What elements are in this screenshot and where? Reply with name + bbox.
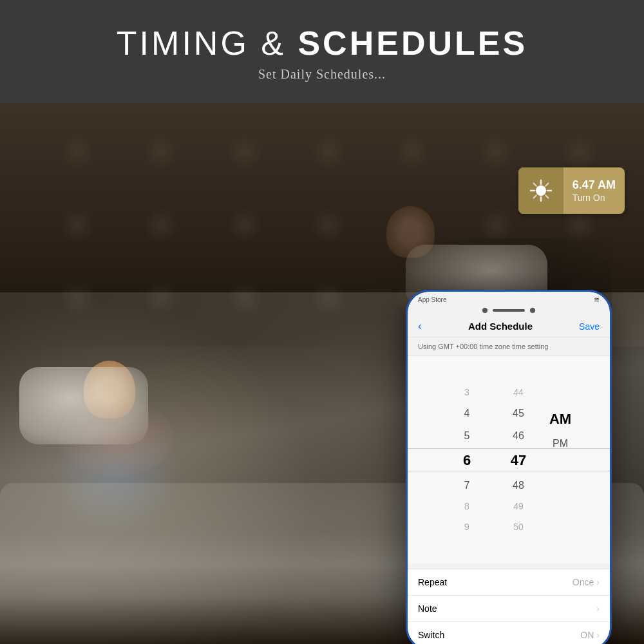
ampm-pm: PM [544, 433, 576, 455]
title-light: TIMING & [117, 24, 298, 62]
min-44: 44 [493, 383, 544, 403]
sensor [530, 308, 535, 313]
switch-row[interactable]: Switch ON › [408, 622, 610, 644]
repeat-value: Once › [573, 577, 600, 587]
hour-5: 5 [441, 425, 493, 447]
svg-line-4 [533, 184, 536, 186]
switch-text: ON [580, 630, 594, 640]
min-47-selected: 47 [493, 447, 544, 475]
repeat-label: Repeat [418, 577, 447, 587]
note-chevron-icon: › [596, 603, 600, 614]
svg-line-6 [545, 184, 548, 186]
phone-status-bar: App Store ≋ [408, 292, 610, 307]
hours-column[interactable]: 3 4 5 6 7 8 9 [441, 383, 493, 538]
note-label: Note [418, 603, 437, 614]
hour-4: 4 [441, 402, 493, 424]
badge-action: Turn On [573, 193, 616, 203]
ampm-blank3 [544, 398, 576, 406]
main-content-area: 6.47 AM Turn On App Store ≋ ‹ Add Sc [0, 103, 644, 644]
repeat-text: Once [573, 577, 594, 587]
sun-rays-svg [529, 179, 553, 202]
schedule-badge: 6.47 AM Turn On [518, 167, 625, 214]
title-bold: SCHEDULES [298, 24, 527, 62]
page-title: TIMING & SCHEDULES [117, 25, 527, 62]
phone-mockup: App Store ≋ ‹ Add Schedule Save Using GM… [406, 290, 612, 644]
minutes-column[interactable]: 44 45 46 47 48 49 50 [493, 383, 544, 538]
min-50: 50 [493, 517, 544, 538]
repeat-chevron-icon: › [596, 577, 600, 587]
app-nav-bar: ‹ Add Schedule Save [408, 316, 610, 337]
header: TIMING & SCHEDULES Set Daily Schedules..… [0, 0, 644, 103]
badge-text-area: 6.47 AM Turn On [564, 173, 625, 208]
min-46: 46 [493, 425, 544, 447]
sun-icon [529, 179, 553, 202]
ampm-column[interactable]: AM PM [544, 383, 576, 538]
badge-time: 6.47 AM [573, 178, 616, 193]
min-48: 48 [493, 475, 544, 497]
save-button[interactable]: Save [579, 321, 600, 332]
status-icons: ≋ [594, 296, 600, 304]
ampm-blank1 [544, 383, 576, 390]
ampm-blank4 [544, 455, 576, 463]
time-picker[interactable]: 3 4 5 6 7 8 9 44 45 46 47 48 [408, 356, 610, 564]
ampm-blank2 [544, 390, 576, 398]
hour-6-selected: 6 [441, 447, 493, 475]
note-value: › [596, 603, 600, 614]
switch-chevron-icon: › [596, 630, 600, 640]
hour-3: 3 [441, 383, 493, 403]
switch-value: ON › [580, 630, 600, 640]
phone-screen: App Store ≋ ‹ Add Schedule Save Using GM… [408, 292, 610, 644]
phone-camera-area [408, 307, 610, 316]
note-row[interactable]: Note › [408, 596, 610, 622]
speaker [493, 309, 525, 312]
back-button[interactable]: ‹ [418, 319, 422, 333]
badge-icon-area [518, 167, 564, 214]
page-subtitle: Set Daily Schedules... [258, 67, 386, 82]
ampm-am-selected: AM [544, 406, 576, 433]
min-45: 45 [493, 402, 544, 424]
svg-line-5 [545, 195, 548, 198]
hour-9: 9 [441, 517, 493, 538]
ampm-blank5 [544, 463, 576, 471]
nav-title: Add Schedule [468, 321, 533, 332]
svg-line-7 [533, 195, 536, 198]
picker-columns: 3 4 5 6 7 8 9 44 45 46 47 48 [441, 383, 576, 538]
hour-7: 7 [441, 475, 493, 497]
hour-8: 8 [441, 497, 493, 517]
app-store-label: App Store [418, 296, 446, 303]
repeat-row[interactable]: Repeat Once › [408, 569, 610, 596]
wifi-icon: ≋ [594, 296, 600, 304]
timezone-note: Using GMT +00:00 time zone time setting [408, 337, 610, 356]
min-49: 49 [493, 497, 544, 517]
switch-label: Switch [418, 630, 444, 640]
settings-section: Repeat Once › Note › Switch ON [408, 564, 610, 644]
front-camera [482, 308, 488, 313]
